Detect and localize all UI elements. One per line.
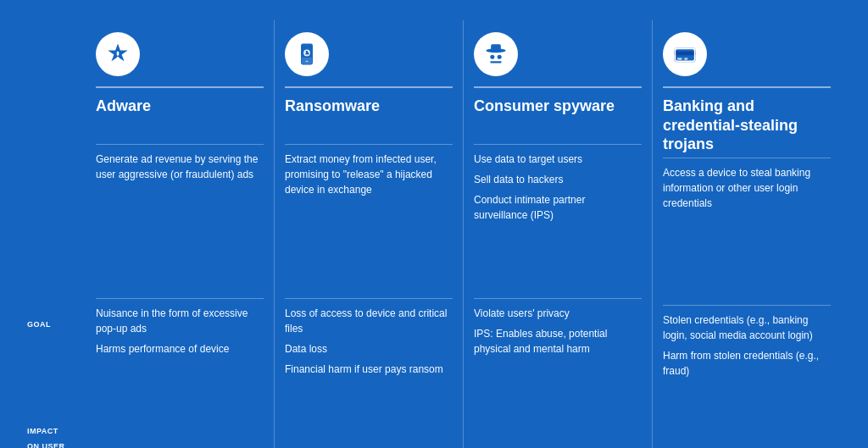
- label-column: GOAL IMPACT ON USER: [27, 20, 85, 448]
- ransomware-impact-section: Loss of access to device and critical fi…: [285, 298, 453, 448]
- banking-icon-area: [663, 20, 831, 80]
- adware-goal-section: Generate ad revenue by serving the user …: [96, 144, 264, 298]
- ransomware-goal-item: Extract money from infected user, promis…: [285, 152, 453, 197]
- banking-divider: [663, 86, 831, 88]
- banking-icon: [663, 32, 707, 76]
- impact-label-line1: IMPACT: [27, 427, 58, 435]
- banking-impact-item: Stolen credentials (e.g., banking login,…: [663, 312, 831, 343]
- impact-label-cell: IMPACT ON USER: [27, 422, 85, 448]
- svg-point-11: [498, 55, 502, 59]
- svg-rect-6: [305, 61, 308, 63]
- ransomware-impact-item: Financial harm if user pays ransom: [285, 362, 453, 377]
- banking-impact-item: Harm from stolen credentials (e.g., frau…: [663, 348, 831, 379]
- ransomware-title: Ransomware: [285, 97, 453, 141]
- svg-rect-14: [675, 52, 696, 56]
- spyware-goal-section: Use data to target usersSell data to hac…: [474, 144, 642, 298]
- adware-impact-section: Nuisance in the form of excessive pop-up…: [96, 298, 264, 448]
- banking-goal-section: Access a device to steal banking informa…: [663, 158, 831, 305]
- table-wrapper: GOAL IMPACT ON USER AdwareGenerate ad re…: [27, 20, 841, 428]
- column-adware: AdwareGenerate ad revenue by serving the…: [85, 20, 274, 448]
- ransomware-impact-item: Data loss: [285, 341, 453, 357]
- column-banking: Banking and credential-stealing trojansA…: [652, 20, 841, 448]
- ransomware-icon-area: [285, 20, 453, 80]
- spyware-icon: [474, 32, 518, 76]
- spyware-impact-section: Violate users' privacyIPS: Enables abuse…: [474, 298, 642, 448]
- adware-goal-item: Generate ad revenue by serving the user …: [96, 152, 264, 182]
- svg-rect-8: [491, 44, 501, 51]
- spyware-impact-item: Violate users' privacy: [474, 306, 642, 321]
- spyware-goal-item: Sell data to hackers: [474, 172, 642, 187]
- impact-label-line2: ON USER: [27, 442, 65, 448]
- svg-point-10: [490, 55, 494, 59]
- ransomware-impact-item: Loss of access to device and critical fi…: [285, 306, 453, 336]
- spyware-divider: [474, 86, 642, 88]
- ransomware-goal-section: Extract money from infected user, promis…: [285, 144, 453, 298]
- spyware-goal-item: Conduct intimate partner surveillance (I…: [474, 192, 642, 223]
- svg-rect-0: [117, 52, 120, 56]
- column-spyware: Consumer spywareUse data to target users…: [463, 20, 652, 448]
- adware-divider: [96, 86, 264, 88]
- banking-impact-section: Stolen credentials (e.g., banking login,…: [663, 305, 831, 448]
- goal-label: GOAL: [27, 320, 51, 329]
- svg-rect-17: [684, 58, 687, 60]
- svg-rect-16: [677, 58, 682, 60]
- svg-rect-12: [490, 61, 501, 63]
- adware-impact-item: Harms performance of device: [96, 341, 264, 357]
- adware-icon: [96, 32, 140, 76]
- column-ransomware: RansomwareExtract money from infected us…: [274, 20, 463, 448]
- adware-impact-item: Nuisance in the form of excessive pop-up…: [96, 306, 264, 336]
- ransomware-divider: [285, 86, 453, 88]
- ransomware-icon: [285, 32, 329, 76]
- spyware-icon-area: [474, 20, 642, 80]
- spyware-title: Consumer spyware: [474, 97, 642, 141]
- goal-label-cell: GOAL: [27, 308, 85, 330]
- main-container: GOAL IMPACT ON USER AdwareGenerate ad re…: [0, 0, 868, 448]
- banking-title: Banking and credential-stealing trojans: [663, 97, 831, 154]
- svg-rect-1: [117, 57, 120, 59]
- spyware-goal-item: Use data to target users: [474, 152, 642, 167]
- banking-goal-item: Access a device to steal banking informa…: [663, 165, 831, 211]
- adware-title: Adware: [96, 97, 264, 141]
- adware-icon-area: [96, 20, 264, 80]
- spyware-impact-item: IPS: Enables abuse, potential physical a…: [474, 326, 642, 357]
